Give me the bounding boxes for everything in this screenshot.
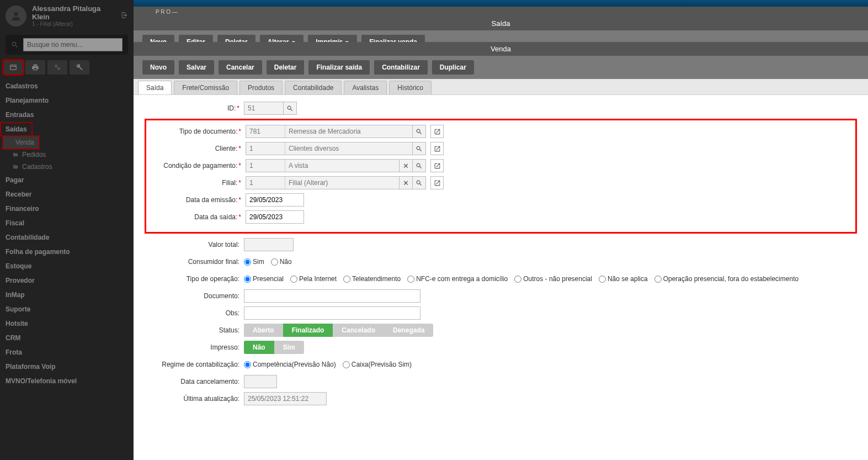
nav-pagar[interactable]: Pagar: [0, 173, 134, 187]
contabilizar-button[interactable]: Contabilizar: [374, 60, 428, 75]
search-icon[interactable]: [412, 142, 425, 155]
tab-historico[interactable]: Histórico: [389, 81, 432, 94]
cliente-code-field[interactable]: [246, 142, 285, 155]
radio-consumidor-sim[interactable]: Sim: [244, 258, 264, 266]
nav-receber[interactable]: Receber: [0, 187, 134, 202]
nav-suporte[interactable]: Suporte: [0, 302, 134, 316]
salvar-button[interactable]: Salvar: [179, 60, 214, 75]
tab-saida[interactable]: Saída: [138, 81, 172, 94]
label-data-emissao: Data da emissão:*: [146, 196, 246, 204]
toolbar-window-icon[interactable]: [3, 60, 23, 75]
radio-caixa[interactable]: Caixa(Previsão Sim): [343, 361, 412, 368]
nav-voip[interactable]: Plataforma Voip: [0, 359, 134, 374]
data-saida-field[interactable]: [246, 210, 304, 224]
deletar-button[interactable]: Deletar: [267, 60, 305, 75]
radio-internet[interactable]: Pela Internet: [290, 275, 337, 283]
external-link-icon[interactable]: [430, 125, 444, 138]
filial-desc-field[interactable]: [285, 177, 399, 189]
radio-competencia[interactable]: Competência(Previsão Não): [244, 361, 336, 368]
back-window-title: Saída: [134, 17, 868, 30]
nav-cadastros[interactable]: Cadastros: [0, 79, 134, 93]
data-cancelamento-field: [244, 375, 277, 388]
status-aberto: Aberto: [244, 324, 283, 337]
nav-contabilidade[interactable]: Contabilidade: [0, 230, 134, 245]
search-icon[interactable]: [412, 125, 425, 138]
nav-folha[interactable]: Folha de pagamento: [0, 245, 134, 259]
svg-rect-1: [10, 65, 17, 70]
tab-contabilidade[interactable]: Contabilidade: [285, 81, 342, 94]
front-toolbar: Novo Salvar Cancelar Deletar Finalizar s…: [134, 56, 868, 79]
toolbar-wrench-icon[interactable]: [70, 60, 89, 75]
filial-code-field[interactable]: [246, 177, 285, 189]
nav-cadastros-sub[interactable]: Cadastros: [0, 161, 134, 173]
label-ultima-atualizacao: Última atualização:: [145, 395, 244, 403]
tab-frete[interactable]: Frete/Comissão: [174, 81, 237, 94]
label-tipo-operacao: Tipo de operação:: [145, 275, 244, 283]
nav-provedor[interactable]: Provedor: [0, 273, 134, 288]
nav-mvno[interactable]: MVNO/Telefonia móvel: [0, 374, 134, 388]
tipo-doc-code-field[interactable]: [246, 125, 285, 138]
radio-nfce[interactable]: NFC-e com entrega a domicílio: [407, 275, 508, 283]
cond-pag-desc-field[interactable]: [285, 160, 399, 172]
search-box[interactable]: [6, 35, 128, 55]
cond-pag-code-field[interactable]: [246, 160, 285, 172]
logout-icon[interactable]: [121, 12, 128, 20]
cliente-desc-field[interactable]: [285, 142, 412, 155]
nav-crm[interactable]: CRM: [0, 331, 134, 345]
valor-total-field: [244, 238, 294, 251]
svg-point-0: [14, 12, 18, 15]
nav-venda[interactable]: Venda: [3, 136, 39, 149]
highlighted-section: Tipo de documento:* Cliente:*: [145, 119, 857, 234]
nav-fiscal[interactable]: Fiscal: [0, 216, 134, 230]
status-finalizado: Finalizado: [283, 324, 333, 337]
label-tipo-doc: Tipo de documento:*: [146, 128, 246, 135]
radio-tele[interactable]: Teleatendimento: [343, 275, 401, 283]
search-input[interactable]: [23, 38, 123, 51]
duplicar-button[interactable]: Duplicar: [432, 60, 474, 75]
svg-point-4: [58, 68, 60, 70]
documento-field[interactable]: [244, 289, 420, 303]
impresso-sim: Sim: [274, 341, 304, 354]
impresso-nao: Não: [244, 341, 274, 354]
form-area: ID:* Tipo de documento:*: [134, 95, 868, 460]
search-icon[interactable]: [412, 177, 425, 189]
nav-menu: Cadastros Planejamento Entradas Saídas V…: [0, 77, 134, 460]
nav-hotsite[interactable]: Hotsite: [0, 316, 134, 331]
tab-avalistas[interactable]: Avalistas: [344, 81, 387, 94]
external-link-icon[interactable]: [430, 142, 444, 155]
nav-planejamento[interactable]: Planejamento: [0, 93, 134, 108]
radio-nao-aplica[interactable]: Não se aplica: [599, 275, 648, 283]
label-consumidor-final: Consumidor final:: [145, 258, 244, 266]
nav-frota[interactable]: Frota: [0, 345, 134, 359]
nav-inmap[interactable]: InMap: [0, 288, 134, 302]
nav-estoque[interactable]: Estoque: [0, 259, 134, 273]
label-regime: Regime de contabilização:: [145, 361, 244, 368]
radio-outros-nao-pres[interactable]: Outros - não presencial: [514, 275, 592, 283]
clear-icon[interactable]: ✕: [399, 160, 412, 172]
nav-pedidos[interactable]: Pedidos: [0, 149, 134, 161]
tipo-doc-desc-field[interactable]: [285, 125, 412, 138]
data-emissao-field[interactable]: [246, 193, 304, 207]
id-field[interactable]: [244, 102, 283, 114]
cancelar-button[interactable]: Cancelar: [219, 60, 262, 75]
tab-produtos[interactable]: Produtos: [239, 81, 283, 94]
external-link-icon[interactable]: [430, 159, 444, 172]
clear-icon[interactable]: ✕: [399, 177, 412, 189]
toolbar-print-icon[interactable]: [25, 60, 45, 75]
search-icon[interactable]: [412, 160, 425, 172]
radio-presencial[interactable]: Presencial: [244, 275, 284, 283]
external-link-icon[interactable]: [430, 176, 444, 189]
nav-saidas[interactable]: Saídas: [0, 122, 33, 136]
radio-op-fora[interactable]: Operação presencial, fora do estabelecim…: [654, 275, 798, 283]
toolbar-gears-icon[interactable]: [47, 60, 67, 75]
app-bar: P R O —: [134, 7, 868, 17]
search-icon[interactable]: [283, 102, 296, 114]
nav-entradas[interactable]: Entradas: [0, 108, 134, 122]
radio-consumidor-nao[interactable]: Não: [271, 258, 292, 266]
novo-button[interactable]: Novo: [142, 60, 174, 75]
nav-financeiro[interactable]: Financeiro: [0, 202, 134, 216]
search-icon: [11, 41, 19, 49]
finalizar-saida-button[interactable]: Finalizar saída: [308, 60, 370, 75]
status-denegada: Denegada: [384, 324, 433, 337]
obs-field[interactable]: [244, 306, 420, 320]
